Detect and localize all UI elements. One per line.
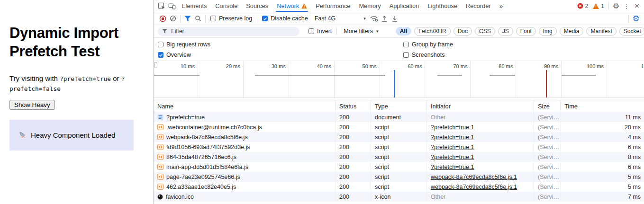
console-errors-badge[interactable]: 2 (575, 3, 591, 9)
time-cell: 6 ms (561, 142, 644, 152)
filter-input[interactable] (158, 27, 299, 36)
settings-gear-icon[interactable]: ⚙ (611, 1, 621, 11)
filter-chip-css[interactable]: CSS (475, 27, 495, 35)
filter-chip-doc[interactable]: Doc (454, 27, 472, 35)
tab-lighthouse[interactable]: Lighthouse (423, 0, 462, 12)
request-name: .webcontainer@runtime.cb7c0bca.js (166, 124, 262, 131)
inspect-element-icon[interactable] (156, 1, 167, 11)
initiator-link[interactable]: webpack-8a7c69ecda8c5f6e.js:1 (431, 184, 517, 190)
column-header-initiator[interactable]: Initiator (427, 100, 534, 112)
tabbar-right: 2 1 ⚙ ⋮ × (575, 1, 644, 11)
warning-count: 1 (601, 3, 604, 9)
group-by-frame-checkbox[interactable]: Group by frame (403, 41, 453, 48)
preserve-log-checkbox[interactable]: Preserve log (208, 15, 255, 22)
kebab-menu-icon[interactable]: ⋮ (621, 1, 632, 11)
console-warnings-badge[interactable]: 1 (590, 3, 607, 9)
overview-checkbox[interactable]: Overview (158, 52, 191, 58)
group-by-frame-label: Group by frame (412, 41, 453, 48)
throttling-select[interactable]: Fast 4G ▾ (312, 15, 369, 22)
script-icon (157, 164, 163, 170)
network-request-row[interactable]: page-7ae23e0925745e66.js200scriptwebpack… (154, 172, 644, 182)
disable-cache-label: Disable cache (271, 15, 308, 22)
filter-toggle-icon[interactable] (182, 13, 193, 24)
type-cell: script (371, 122, 427, 132)
screenshots-checkbox[interactable]: Screenshots (403, 52, 444, 58)
filter-chip-js[interactable]: JS (498, 27, 513, 35)
timeline-tick-label: 90 ms (154, 63, 558, 69)
tab-label: Lighthouse (427, 2, 457, 9)
chevron-down-icon: ▾ (376, 29, 379, 34)
initiator-link[interactable]: ?prefetch=true:1 (431, 164, 474, 170)
invert-checkbox[interactable]: Invert (306, 28, 335, 35)
filter-chip-font[interactable]: Font (516, 27, 536, 35)
export-har-icon[interactable] (390, 13, 400, 24)
record-network-log-button[interactable] (157, 13, 168, 24)
disable-cache-checkbox[interactable]: Disable cache (259, 15, 311, 22)
filter-chip-socket[interactable]: Socket (619, 27, 644, 35)
tab-console[interactable]: Console (211, 0, 242, 12)
overview-resize-handle[interactable] (154, 62, 157, 68)
table-rows: ?prefetch=true200documentOther(Servi…11 … (154, 112, 644, 202)
more-filters-label: More filters (344, 28, 373, 35)
search-icon[interactable] (193, 13, 203, 24)
network-request-row[interactable]: main-app-dd5d01d5f584e6fa.js200script?pr… (154, 162, 644, 172)
overview-activity-bar (562, 75, 596, 76)
throttling-value: Fast 4G (315, 15, 336, 22)
show-heavy-button[interactable]: Show Heavy (9, 100, 55, 110)
filter-chip-all[interactable]: All (396, 27, 411, 35)
network-request-row[interactable]: fd9d1056-693ad74f37592d3e.js200script?pr… (154, 142, 644, 152)
tab-memory[interactable]: Memory (354, 0, 385, 12)
column-header-size[interactable]: Size (534, 100, 561, 112)
timeline-gridline (607, 61, 607, 98)
request-name: main-app-dd5d01d5f584e6fa.js (166, 164, 248, 170)
network-overview-timeline[interactable]: 10 ms20 ms30 ms40 ms50 ms60 ms70 ms80 ms… (154, 61, 644, 98)
network-request-row[interactable]: 864-35da487265716ec6.js200script?prefetc… (154, 152, 644, 162)
network-request-row[interactable]: 462.a33aae1ec82e40e5.js200scriptwebpack-… (154, 182, 644, 192)
more-filters-button[interactable]: More filters ▾ (339, 28, 383, 35)
initiator-link[interactable]: ?prefetch=true:1 (431, 154, 474, 160)
tab-network[interactable]: Network (272, 0, 311, 12)
import-har-icon[interactable] (379, 13, 390, 24)
filter-chip-manifest[interactable]: Manifest (586, 27, 616, 35)
big-request-rows-checkbox[interactable]: Big request rows (158, 41, 210, 48)
network-request-row[interactable]: favicon.ico200x-iconOther(Servi…7 ms (154, 192, 644, 202)
column-header-name[interactable]: Name (154, 100, 336, 112)
initiator-link[interactable]: webpack-8a7c69ecda8c5f6e.js:1 (431, 174, 517, 180)
request-name-cell: main-app-dd5d01d5f584e6fa.js (154, 162, 336, 172)
checkbox-checked (262, 16, 268, 21)
timeline-gridline (289, 61, 289, 98)
filter-chip-fetch-xhr[interactable]: Fetch/XHR (414, 27, 451, 35)
filter-text-field[interactable] (170, 27, 295, 35)
more-tabs-button[interactable]: » (495, 2, 508, 10)
column-header-status[interactable]: Status (336, 100, 371, 112)
initiator-link[interactable]: ?prefetch=true:1 (431, 134, 474, 141)
network-settings-gear-icon[interactable]: ⚙ (631, 13, 641, 24)
status-cell: 200 (336, 152, 371, 162)
tab-performance[interactable]: Performance (311, 0, 354, 12)
network-conditions-icon[interactable] (369, 13, 379, 24)
size-cell: (Servi… (534, 192, 561, 202)
tab-recorder[interactable]: Recorder (462, 0, 495, 12)
filter-chip-img[interactable]: Img (539, 27, 557, 35)
device-toolbar-icon[interactable] (167, 1, 177, 11)
initiator-link[interactable]: ?prefetch=true:1 (431, 144, 474, 151)
resource-type-chips: AllFetch/XHRDocCSSJSFontImgMediaManifest… (396, 27, 644, 35)
checkbox-unchecked (308, 28, 314, 34)
request-name-cell: ?prefetch=true (154, 112, 336, 122)
size-cell: (Servi… (534, 122, 561, 132)
filter-chip-media[interactable]: Media (560, 27, 584, 35)
timeline-gridline (516, 61, 516, 98)
column-header-type[interactable]: Type (371, 100, 427, 112)
network-request-row[interactable]: webpack-8a7c69ecda8c5f6e.js200script?pre… (154, 132, 644, 142)
column-header-time[interactable]: Time (561, 100, 644, 112)
initiator-link[interactable]: ?prefetch=true:1 (431, 124, 474, 131)
tab-elements[interactable]: Elements (177, 0, 211, 12)
network-request-row[interactable]: ?prefetch=true200documentOther(Servi…11 … (154, 112, 644, 122)
web-page: Dynamic Import Prefetch Test Try visitin… (0, 0, 153, 204)
tab-label: Application (390, 2, 419, 9)
clear-network-log-button[interactable] (168, 13, 178, 24)
tab-application[interactable]: Application (385, 0, 424, 12)
close-devtools-icon[interactable]: × (632, 1, 642, 11)
tab-sources[interactable]: Sources (242, 0, 272, 12)
network-request-row[interactable]: .webcontainer@runtime.cb7c0bca.js200scri… (154, 122, 644, 132)
